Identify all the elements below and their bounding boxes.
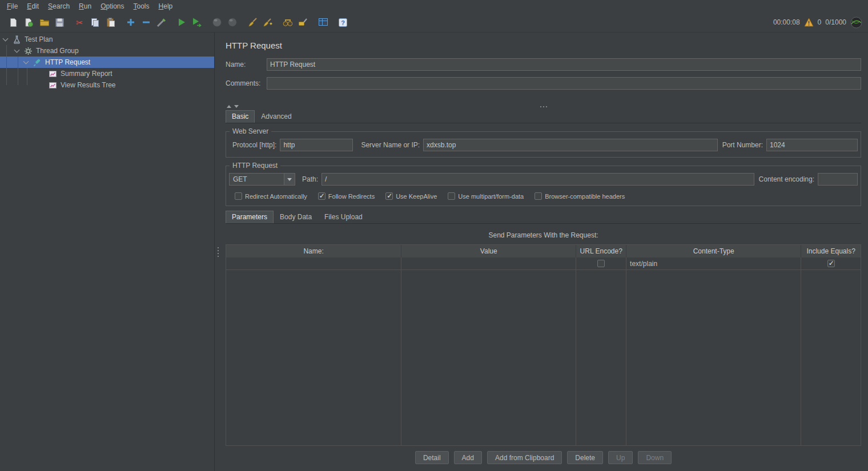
include-equals-checkbox[interactable] xyxy=(827,260,835,267)
chevron-down-icon xyxy=(287,178,292,181)
tree-item-test-plan[interactable]: Test Plan xyxy=(0,34,214,45)
column-header-value[interactable]: Value xyxy=(401,245,576,257)
param-include-equals-cell[interactable] xyxy=(801,257,861,270)
comments-input[interactable] xyxy=(267,77,861,90)
option-redirect-automatically[interactable]: Redirect Automatically xyxy=(235,192,307,200)
start-no-pauses-icon[interactable] xyxy=(189,15,204,30)
save-icon[interactable] xyxy=(52,15,67,30)
add-button[interactable]: Add xyxy=(454,451,482,464)
copy-icon[interactable] xyxy=(87,15,103,30)
port-number-input[interactable] xyxy=(766,139,858,151)
down-button[interactable]: Down xyxy=(638,451,672,464)
server-name-input[interactable] xyxy=(423,139,718,151)
warning-count: 0 xyxy=(818,18,822,26)
path-label: Path: xyxy=(302,175,318,183)
option-use-keepalive[interactable]: Use KeepAlive xyxy=(385,192,437,200)
option-browser-compatible-headers[interactable]: Browser-compatible headers xyxy=(535,192,625,200)
tree-item-http-request[interactable]: HTTP Request xyxy=(0,57,214,68)
tree-item-label: Thread Group xyxy=(36,47,79,55)
url-encode-checkbox[interactable] xyxy=(597,260,605,267)
column-header-url-encode[interactable]: URL Encode? xyxy=(576,245,626,257)
body-tabs: Parameters Body Data Files Upload xyxy=(226,211,861,224)
tab-parameters[interactable]: Parameters xyxy=(226,211,274,223)
open-file-icon[interactable] xyxy=(37,15,52,30)
menu-help[interactable]: Help xyxy=(154,1,178,11)
column-header-name[interactable]: Name: xyxy=(226,245,401,257)
tree-item-summary-report[interactable]: Summary Report xyxy=(0,68,214,79)
shutdown-icon[interactable] xyxy=(224,15,240,30)
tab-advanced[interactable]: Advanced xyxy=(255,110,298,123)
toolbar-status: 00:00:08 0 0/1000 xyxy=(773,17,862,29)
path-input[interactable] xyxy=(322,173,754,186)
clear-all-icon[interactable] xyxy=(260,15,275,30)
option-use-multipart[interactable]: Use multipart/form-data xyxy=(448,192,524,200)
delete-button[interactable]: Delete xyxy=(567,451,603,464)
panel-splitter[interactable] xyxy=(214,33,221,471)
add-from-clipboard-button[interactable]: Add from Clipboard xyxy=(487,451,562,464)
checkbox-icon[interactable] xyxy=(318,192,326,200)
menu-bar: File Edit Search Run Options Tools Help xyxy=(0,0,868,13)
horizontal-split-divider[interactable] xyxy=(226,103,861,110)
collapse-all-icon[interactable] xyxy=(138,15,154,30)
name-label: Name: xyxy=(226,61,267,69)
name-input[interactable] xyxy=(267,58,861,71)
web-server-section: Web Server Protocol [http]: Server Name … xyxy=(226,131,861,158)
tree-item-view-results-tree[interactable]: View Results Tree xyxy=(0,79,214,91)
expand-all-icon[interactable] xyxy=(123,15,138,30)
warning-icon[interactable] xyxy=(804,18,814,27)
http-request-legend: HTTP Request xyxy=(230,162,280,170)
tab-files-upload[interactable]: Files Upload xyxy=(318,211,369,223)
param-url-encode-cell[interactable] xyxy=(576,257,626,270)
paste-icon[interactable] xyxy=(103,15,118,30)
menu-options[interactable]: Options xyxy=(96,1,128,11)
split-drag-handle-icon[interactable] xyxy=(540,106,547,107)
param-content-type-cell[interactable]: text/plain xyxy=(626,257,801,270)
chevron-down-icon[interactable] xyxy=(14,47,20,53)
new-file-icon[interactable] xyxy=(6,15,21,30)
tree-item-thread-group[interactable]: Thread Group xyxy=(0,45,214,57)
split-collapse-up-icon[interactable] xyxy=(227,105,231,108)
method-select[interactable]: GET xyxy=(229,173,295,186)
menu-file[interactable]: File xyxy=(2,1,22,11)
checkbox-icon[interactable] xyxy=(235,192,242,200)
help-icon[interactable]: ? xyxy=(335,15,351,30)
param-name-cell[interactable] xyxy=(226,257,401,270)
search-reset-icon[interactable] xyxy=(295,15,311,30)
elapsed-time: 00:00:08 xyxy=(773,18,800,26)
content-encoding-input[interactable] xyxy=(818,173,858,186)
stop-icon[interactable] xyxy=(209,15,224,30)
param-value-cell[interactable] xyxy=(401,257,576,270)
cut-icon[interactable]: ✂ xyxy=(72,15,87,30)
option-label: Browser-compatible headers xyxy=(545,193,625,200)
chevron-down-icon[interactable] xyxy=(3,35,9,41)
parameters-table-body: text/plain xyxy=(226,257,861,445)
function-helper-icon[interactable] xyxy=(315,15,331,30)
detail-button[interactable]: Detail xyxy=(415,451,449,464)
checkbox-icon[interactable] xyxy=(385,192,393,200)
tab-body-data[interactable]: Body Data xyxy=(274,211,318,223)
split-collapse-down-icon[interactable] xyxy=(234,105,239,108)
menu-edit[interactable]: Edit xyxy=(22,1,43,11)
templates-icon[interactable] xyxy=(21,15,37,30)
content-encoding-label: Content encoding: xyxy=(759,175,814,183)
protocol-input[interactable] xyxy=(280,139,353,151)
search-icon[interactable] xyxy=(280,15,295,30)
menu-tools[interactable]: Tools xyxy=(129,1,154,11)
up-button[interactable]: Up xyxy=(608,451,633,464)
tab-basic[interactable]: Basic xyxy=(226,110,255,123)
start-icon[interactable] xyxy=(174,15,189,30)
page-title: HTTP Request xyxy=(226,41,861,50)
editor-tabs: Basic Advanced xyxy=(226,110,861,123)
option-follow-redirects[interactable]: Follow Redirects xyxy=(318,192,375,200)
chevron-down-icon[interactable] xyxy=(23,58,29,64)
column-header-content-type[interactable]: Content-Type xyxy=(626,245,801,257)
toggle-icon[interactable] xyxy=(154,15,169,30)
menu-run[interactable]: Run xyxy=(74,1,96,11)
clear-icon[interactable] xyxy=(244,15,260,30)
logo-sphere-icon[interactable] xyxy=(850,17,862,29)
menu-search[interactable]: Search xyxy=(43,1,74,11)
method-dropdown-button[interactable] xyxy=(284,173,295,186)
checkbox-icon[interactable] xyxy=(448,192,455,200)
column-header-include-equals[interactable]: Include Equals? xyxy=(801,245,861,257)
checkbox-icon[interactable] xyxy=(535,192,542,200)
